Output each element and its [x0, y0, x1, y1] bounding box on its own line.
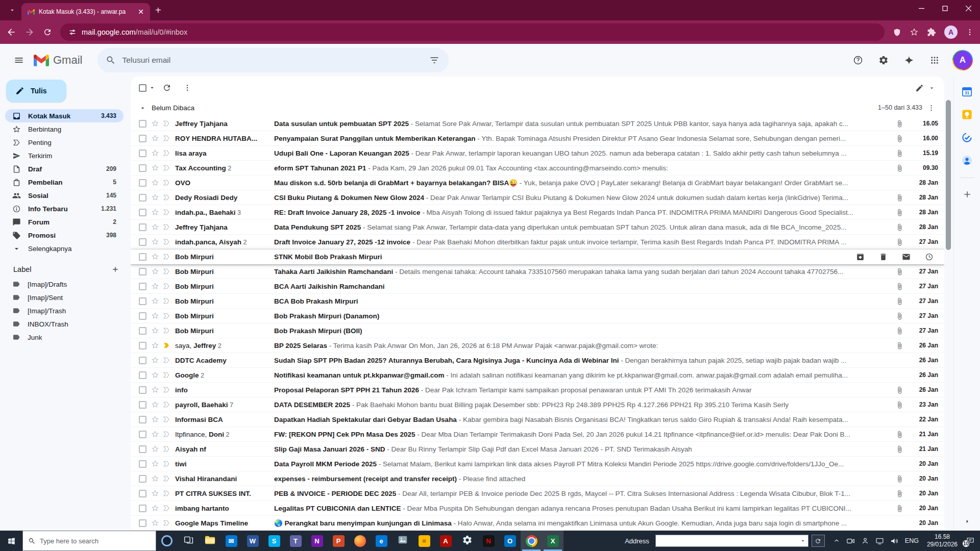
taskbar-app-sticky-notes-icon[interactable]: ≡ — [413, 531, 435, 551]
importance-marker-icon[interactable] — [162, 519, 170, 527]
email-row[interactable]: imbang hartantoLegalitas PT CUBICONIA da… — [131, 501, 944, 516]
email-row[interactable]: PT CITRA SUKSES INT.PEB & INVOICE - PERI… — [131, 486, 944, 501]
star-icon[interactable] — [151, 134, 159, 142]
email-row[interactable]: Jeffrey TjahjanaData susulan untuk pembu… — [131, 116, 944, 131]
taskbar-search[interactable]: Type here to search — [22, 531, 156, 551]
email-row[interactable]: infoProposal Pelaporan SPT PPH 21 Tahun … — [131, 383, 944, 397]
importance-marker-icon[interactable] — [162, 474, 170, 483]
gmail-logo[interactable]: Gmail — [34, 54, 82, 67]
star-icon[interactable] — [151, 149, 159, 157]
importance-marker-icon[interactable] — [162, 238, 170, 246]
gemini-sparkle-icon[interactable] — [897, 48, 921, 72]
row-checkbox[interactable] — [139, 401, 146, 409]
refresh-icon[interactable] — [158, 79, 176, 97]
network-icon[interactable] — [875, 537, 884, 545]
row-checkbox[interactable] — [139, 120, 146, 128]
row-checkbox[interactable] — [139, 135, 146, 142]
list-scrollbar[interactable] — [944, 77, 953, 531]
google-apps-icon[interactable] — [923, 48, 946, 72]
notifications-icon[interactable]: 10 — [966, 536, 975, 545]
sidebar-label-item[interactable]: [Imap]/Drafts — [5, 278, 124, 291]
sidebar-item-draf[interactable]: Draf209 — [5, 162, 124, 176]
star-icon[interactable] — [151, 164, 159, 172]
row-checkbox[interactable] — [139, 416, 146, 423]
star-icon[interactable] — [151, 208, 159, 216]
extension-shield-icon[interactable] — [893, 28, 901, 37]
email-row[interactable]: Google 2Notifikasi keamanan untuk pt.kkp… — [131, 368, 944, 383]
sidebar-item-pembelian[interactable]: Pembelian5 — [5, 176, 124, 189]
add-label-icon[interactable] — [111, 265, 119, 273]
importance-marker-icon[interactable] — [162, 430, 170, 438]
row-checkbox[interactable] — [139, 312, 146, 320]
star-icon[interactable] — [151, 430, 159, 438]
row-checkbox[interactable] — [139, 357, 146, 364]
taskbar-app-cortana-icon[interactable] — [156, 531, 178, 551]
search-input[interactable]: Telusuri email — [122, 56, 418, 65]
settings-gear-icon[interactable] — [872, 48, 895, 72]
window-minimize-button[interactable] — [910, 0, 933, 16]
search-filter-icon[interactable] — [424, 50, 445, 70]
row-checkbox[interactable] — [139, 371, 146, 379]
star-icon[interactable] — [151, 297, 159, 305]
tab-search-icon[interactable] — [5, 3, 19, 17]
taskbar-app-teams-icon[interactable]: T — [285, 531, 306, 551]
importance-marker-icon[interactable] — [162, 282, 170, 290]
help-icon[interactable] — [846, 48, 870, 72]
email-row[interactable]: payroll, Baehaki 7DATA DESEMBER 2025 - P… — [131, 397, 944, 412]
row-checkbox[interactable] — [139, 460, 146, 468]
importance-marker-icon[interactable] — [162, 193, 170, 202]
select-all-checkbox[interactable] — [139, 84, 146, 92]
importance-marker-icon[interactable] — [162, 253, 170, 261]
email-row[interactable]: Itpfinance, Doni 2FW: [REKON PPN] Cek PP… — [131, 427, 944, 442]
importance-marker-icon[interactable] — [162, 134, 170, 142]
importance-marker-icon[interactable] — [162, 149, 170, 157]
sidebar-item-forum[interactable]: Forum2 — [5, 215, 124, 229]
importance-marker-icon[interactable] — [162, 179, 170, 187]
hidden-icons-chevron-icon[interactable] — [833, 537, 840, 544]
email-row[interactable]: Dedy Rosiadi DedyCSI Buku Piutang & Doku… — [131, 190, 944, 205]
row-checkbox[interactable] — [139, 505, 146, 512]
archive-icon[interactable] — [856, 253, 865, 261]
email-row[interactable]: Aisyah nfSlip Gaji Masa Januari 2026 - S… — [131, 442, 944, 457]
email-row[interactable]: tiwiData Payroll MKM Periode 2025 - Sela… — [131, 457, 944, 471]
site-controls-icon[interactable] — [68, 28, 77, 36]
taskbar-app-skype-icon[interactable]: S — [263, 531, 285, 551]
email-row[interactable]: Informasi BCADapatkan Hadiah Spektakular… — [131, 412, 944, 427]
importance-marker-icon[interactable] — [162, 415, 170, 423]
row-checkbox[interactable] — [139, 149, 146, 157]
row-checkbox[interactable] — [139, 431, 146, 438]
scrollbar-thumb[interactable] — [946, 100, 951, 250]
row-checkbox[interactable] — [139, 283, 146, 290]
row-checkbox[interactable] — [139, 342, 146, 349]
row-checkbox[interactable] — [139, 519, 146, 527]
search-icon[interactable] — [106, 55, 116, 65]
tab-close-icon[interactable]: ✕ — [136, 7, 146, 16]
row-checkbox[interactable] — [139, 179, 146, 187]
row-checkbox[interactable] — [139, 164, 146, 172]
importance-marker-icon[interactable] — [162, 445, 170, 453]
star-icon[interactable] — [151, 356, 159, 364]
account-avatar[interactable]: A — [952, 50, 973, 70]
importance-marker-icon[interactable] — [162, 297, 170, 305]
extensions-puzzle-icon[interactable] — [927, 28, 936, 37]
importance-marker-icon[interactable] — [162, 489, 170, 497]
hide-side-panel-icon[interactable] — [963, 517, 971, 525]
star-icon[interactable] — [151, 238, 159, 246]
reload-icon[interactable] — [43, 28, 52, 37]
importance-marker-icon[interactable] — [162, 341, 170, 349]
star-icon[interactable] — [151, 474, 159, 483]
row-checkbox[interactable] — [139, 268, 146, 276]
sidebar-item-info-terbaru[interactable]: Info Terbaru1.231 — [5, 202, 124, 215]
row-checkbox[interactable] — [139, 445, 146, 453]
url-bar[interactable]: mail.google.com/mail/u/0/#inbox — [60, 23, 885, 41]
star-icon[interactable] — [151, 489, 159, 497]
taskbar-app-word-icon[interactable]: W — [242, 531, 263, 551]
language-indicator[interactable]: ENG — [905, 537, 919, 544]
taskbar-app-chrome-icon[interactable] — [521, 531, 542, 551]
window-maximize-button[interactable] — [933, 0, 957, 16]
sidebar-label-item[interactable]: INBOX/Trash — [5, 317, 124, 331]
star-icon[interactable] — [151, 460, 159, 468]
sidebar-item-sosial[interactable]: Sosial145 — [5, 189, 124, 202]
importance-marker-icon[interactable] — [162, 356, 170, 364]
back-icon[interactable] — [6, 27, 16, 37]
